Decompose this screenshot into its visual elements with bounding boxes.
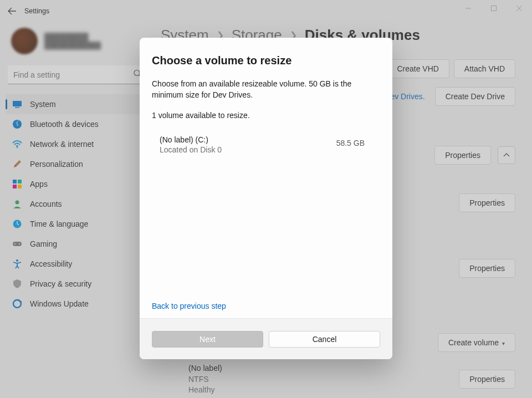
dialog-description: Choose from an available resizeable volu… xyxy=(152,78,374,101)
dialog-footer: Next Cancel xyxy=(140,318,392,359)
dialog-availability: 1 volume available to resize. xyxy=(152,111,380,120)
next-button[interactable]: Next xyxy=(152,331,263,348)
volume-option[interactable]: (No label) (C:) Located on Disk 0 58.5 G… xyxy=(152,135,380,154)
resize-volume-dialog: Choose a volume to resize Choose from an… xyxy=(140,38,392,359)
volume-option-name: (No label) (C:) xyxy=(160,135,222,144)
volume-option-location: Located on Disk 0 xyxy=(160,145,222,154)
dialog-title: Choose a volume to resize xyxy=(152,54,380,67)
volume-option-size: 58.5 GB xyxy=(336,135,376,147)
back-to-previous-link[interactable]: Back to previous step xyxy=(152,302,226,310)
cancel-button[interactable]: Cancel xyxy=(269,331,380,348)
